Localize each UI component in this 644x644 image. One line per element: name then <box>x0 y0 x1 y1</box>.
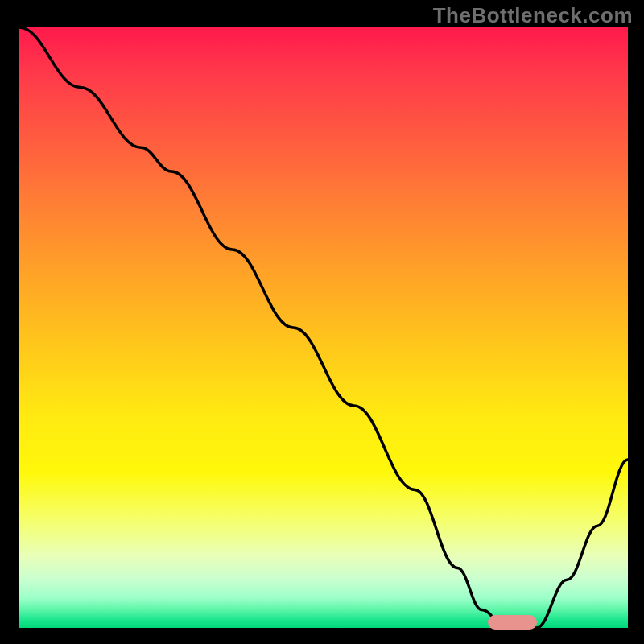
curve-path <box>19 27 628 628</box>
optimal-band-marker <box>488 615 536 630</box>
chart-container: TheBottleneck.com <box>0 0 644 644</box>
bottleneck-curve <box>19 27 628 628</box>
watermark-text: TheBottleneck.com <box>433 3 633 28</box>
plot-area <box>18 26 630 630</box>
